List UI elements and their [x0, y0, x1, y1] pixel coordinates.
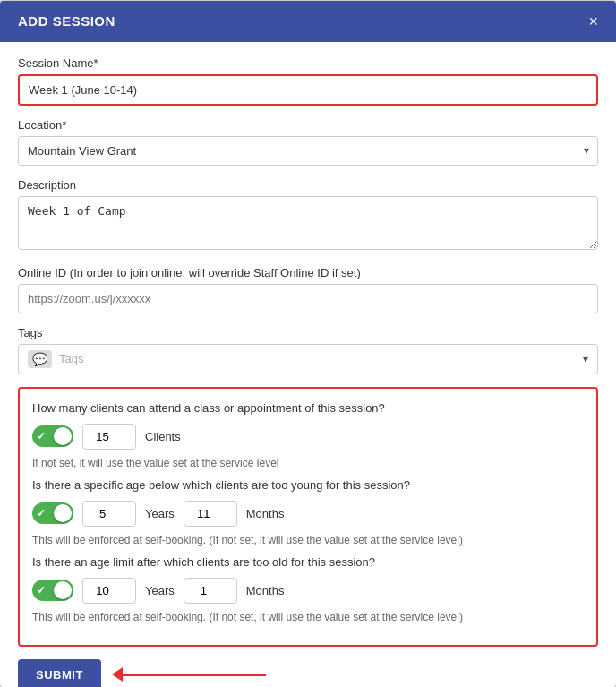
max-age-months-label: Months: [246, 584, 285, 597]
session-name-group: Session Name*: [18, 56, 598, 106]
modal-header: ADD SESSION ×: [0, 1, 616, 42]
toggle-check-icon: ✓: [37, 430, 46, 442]
description-label: Description: [18, 178, 598, 192]
session-name-label: Session Name*: [18, 56, 598, 70]
tags-dropdown-icon: ▾: [583, 353, 588, 365]
min-age-toggle-knob: [54, 504, 72, 522]
max-age-toggle-knob: [54, 581, 72, 599]
tags-wrapper[interactable]: 💬 Tags ▾: [18, 344, 598, 374]
min-age-toggle[interactable]: ✓: [32, 502, 73, 524]
clients-toggle-row: ✓ Clients: [32, 424, 584, 450]
max-age-toggle[interactable]: ✓: [32, 580, 73, 601]
max-age-toggle-check-icon: ✓: [37, 584, 46, 597]
close-button[interactable]: ×: [588, 13, 598, 30]
location-select-wrapper: Mountain View Grant ▾: [18, 136, 598, 166]
min-age-toggle-check-icon: ✓: [37, 507, 46, 520]
max-age-question: Is there an age limit after which client…: [32, 555, 584, 569]
min-age-hint: This will be enforced at self-booking. (…: [32, 534, 584, 546]
modal-body: Session Name* Location* Mountain View Gr…: [0, 42, 616, 687]
max-age-hint: This will be enforced at self-booking. (…: [32, 611, 584, 623]
clients-toggle[interactable]: ✓: [32, 425, 73, 447]
clients-section: How many clients can attend a class or a…: [18, 387, 598, 647]
modal-title: ADD SESSION: [18, 13, 116, 29]
arrow-indicator: [112, 667, 266, 682]
tags-group: Tags 💬 Tags ▾: [18, 326, 598, 374]
clients-hint: If not set, it will use the value set at…: [32, 457, 584, 469]
min-age-toggle-row: ✓ Years Months: [32, 501, 584, 527]
tags-icon: 💬: [28, 350, 52, 368]
arrow-line: [123, 674, 266, 676]
min-age-months-input[interactable]: [184, 501, 237, 527]
max-age-years-label: Years: [145, 584, 175, 597]
min-age-question: Is there a specific age below which clie…: [32, 478, 584, 492]
location-select[interactable]: Mountain View Grant: [18, 136, 598, 166]
clients-question: How many clients can attend a class or a…: [32, 401, 584, 415]
description-textarea[interactable]: [18, 196, 598, 250]
online-id-label: Online ID (In order to join online, will…: [18, 266, 598, 279]
min-age-years-label: Years: [145, 507, 175, 520]
clients-unit-label: Clients: [145, 430, 181, 443]
location-label: Location*: [18, 118, 598, 132]
online-id-group: Online ID (In order to join online, will…: [18, 266, 598, 313]
max-age-years-input[interactable]: [82, 578, 136, 604]
online-id-input[interactable]: [18, 284, 598, 313]
tags-label: Tags: [18, 326, 598, 339]
toggle-knob: [54, 427, 72, 445]
session-name-input[interactable]: [18, 74, 598, 106]
description-group: Description: [18, 178, 598, 253]
max-age-toggle-row: ✓ Years Months: [32, 578, 584, 604]
min-age-months-label: Months: [246, 507, 285, 520]
min-age-years-input[interactable]: [82, 501, 136, 527]
add-session-modal: ADD SESSION × Session Name* Location* Mo…: [0, 1, 616, 687]
max-age-months-input[interactable]: [184, 578, 237, 604]
location-group: Location* Mountain View Grant ▾: [18, 118, 598, 166]
submit-button[interactable]: SUBMIT: [18, 659, 101, 687]
submit-row: SUBMIT: [18, 659, 598, 687]
tags-placeholder: Tags: [59, 352, 583, 365]
arrow-head-icon: [112, 667, 123, 682]
clients-number-input[interactable]: [82, 424, 136, 450]
